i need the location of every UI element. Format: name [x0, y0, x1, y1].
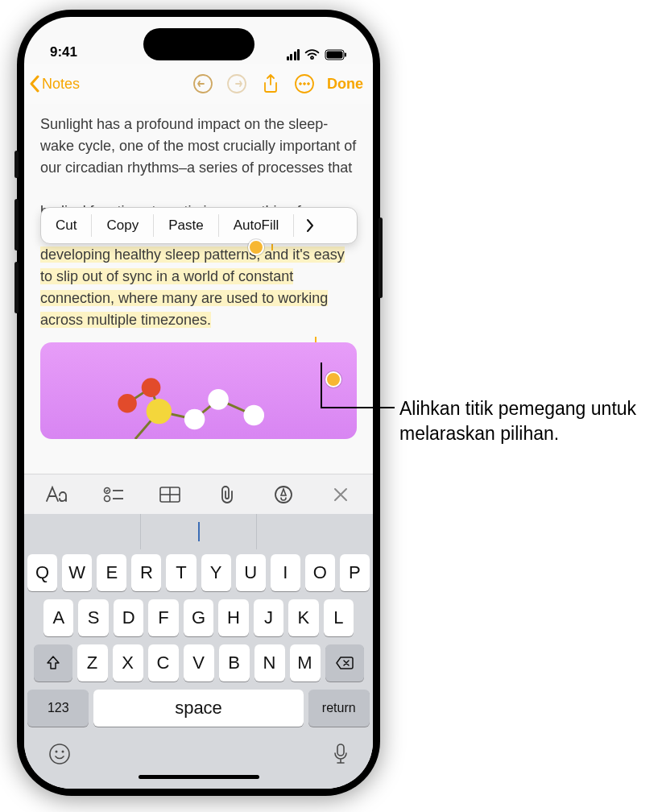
- key-t[interactable]: T: [166, 554, 196, 591]
- phone-frame: 9:41 Notes: [17, 10, 380, 796]
- key-delete[interactable]: [325, 644, 364, 682]
- status-icons: [287, 49, 348, 60]
- inline-image[interactable]: [40, 342, 357, 439]
- key-j[interactable]: J: [254, 599, 283, 636]
- phone-volume-up: [14, 199, 19, 251]
- markup-button[interactable]: [266, 477, 301, 512]
- predictive-slot-1[interactable]: [24, 514, 141, 549]
- done-button[interactable]: Done: [327, 76, 363, 93]
- key-c[interactable]: C: [148, 644, 179, 682]
- key-y[interactable]: Y: [201, 554, 231, 591]
- predictive-slot-3[interactable]: [257, 514, 373, 549]
- key-a[interactable]: A: [43, 599, 73, 636]
- cellular-icon: [287, 49, 300, 60]
- context-paste[interactable]: Paste: [154, 208, 217, 243]
- kb-row-2: A S D F G H J K L: [27, 599, 370, 636]
- kb-row-3: Z X C V B N M: [27, 644, 370, 682]
- wifi-icon: [304, 49, 320, 60]
- key-w[interactable]: W: [62, 554, 92, 591]
- key-return[interactable]: return: [308, 690, 370, 727]
- key-p[interactable]: P: [340, 554, 370, 591]
- key-f[interactable]: F: [148, 599, 178, 636]
- more-button[interactable]: [288, 68, 321, 100]
- attachment-button[interactable]: [209, 477, 245, 512]
- svg-point-6: [300, 83, 302, 85]
- key-l[interactable]: L: [324, 599, 354, 636]
- format-toolbar: [24, 474, 373, 514]
- key-123[interactable]: 123: [27, 690, 89, 727]
- svg-rect-1: [327, 52, 343, 59]
- dictation-button[interactable]: [333, 743, 349, 768]
- redo-button[interactable]: [221, 68, 253, 100]
- svg-point-20: [118, 394, 137, 413]
- key-shift[interactable]: [34, 644, 72, 682]
- text-context-menu: Cut Copy Paste AutoFill: [40, 207, 358, 244]
- key-i[interactable]: I: [271, 554, 300, 591]
- note-text-plain[interactable]: Sunlight has a profound impact on the sl…: [40, 116, 356, 176]
- callout-leader: [321, 362, 322, 408]
- key-b[interactable]: B: [219, 644, 250, 682]
- battery-icon: [325, 49, 347, 60]
- key-h[interactable]: H: [218, 599, 248, 636]
- key-g[interactable]: G: [184, 599, 213, 636]
- key-v[interactable]: V: [184, 644, 214, 682]
- callout-text: Alihkan titik pemegang untuk melaraskan …: [399, 396, 649, 446]
- svg-point-30: [56, 751, 58, 753]
- svg-point-31: [62, 751, 64, 753]
- svg-rect-32: [337, 744, 344, 756]
- kb-row-1: Q W E R T Y U I O P: [27, 554, 370, 591]
- key-e[interactable]: E: [97, 554, 126, 591]
- phone-volume-down: [14, 262, 19, 313]
- back-button[interactable]: Notes: [29, 75, 80, 93]
- predictive-slot-2[interactable]: [141, 514, 258, 549]
- key-n[interactable]: N: [254, 644, 285, 682]
- kb-bottom-row: [27, 735, 370, 770]
- phone-side-button: [14, 151, 19, 178]
- annotation-dot: [325, 371, 341, 387]
- key-x[interactable]: X: [113, 644, 143, 682]
- context-cut[interactable]: Cut: [41, 208, 91, 243]
- svg-point-22: [104, 495, 110, 501]
- navigation-bar: Notes Done: [24, 64, 373, 104]
- key-m[interactable]: M: [290, 644, 321, 682]
- callout-leader: [321, 407, 395, 408]
- key-o[interactable]: O: [305, 554, 335, 591]
- svg-point-17: [208, 389, 229, 410]
- context-autofill[interactable]: AutoFill: [219, 208, 294, 243]
- context-more[interactable]: [294, 218, 326, 233]
- predictive-bar: [24, 514, 373, 549]
- svg-point-7: [304, 83, 306, 85]
- svg-rect-2: [345, 53, 346, 57]
- svg-point-18: [244, 405, 265, 426]
- annotation-dot: [248, 239, 264, 255]
- emoji-button[interactable]: [48, 743, 71, 768]
- checklist-button[interactable]: [96, 477, 131, 512]
- keyboard: Q W E R T Y U I O P A S D F G H J K L: [24, 549, 373, 789]
- share-button[interactable]: [254, 68, 287, 100]
- svg-point-29: [50, 744, 69, 764]
- text-format-button[interactable]: [39, 477, 74, 512]
- phone-power-button: [379, 218, 383, 298]
- svg-point-19: [142, 378, 161, 397]
- close-toolbar-button[interactable]: [323, 477, 358, 512]
- kb-row-4: 123 space return: [27, 690, 370, 727]
- back-label: Notes: [42, 76, 80, 93]
- home-indicator[interactable]: [139, 775, 259, 779]
- key-k[interactable]: K: [288, 599, 318, 636]
- status-time: 9:41: [50, 44, 77, 60]
- key-u[interactable]: U: [236, 554, 266, 591]
- context-copy[interactable]: Copy: [92, 208, 153, 243]
- key-s[interactable]: S: [78, 599, 108, 636]
- svg-point-15: [147, 399, 172, 424]
- key-q[interactable]: Q: [27, 554, 57, 591]
- key-d[interactable]: D: [114, 599, 143, 636]
- undo-button[interactable]: [187, 68, 219, 100]
- note-body[interactable]: Sunlight has a profound impact on the sl…: [24, 104, 373, 474]
- svg-point-16: [184, 409, 205, 430]
- svg-point-8: [308, 83, 310, 85]
- key-z[interactable]: Z: [77, 644, 108, 682]
- key-space[interactable]: space: [93, 690, 303, 727]
- dynamic-island: [143, 28, 254, 60]
- table-button[interactable]: [152, 477, 188, 512]
- key-r[interactable]: R: [131, 554, 161, 591]
